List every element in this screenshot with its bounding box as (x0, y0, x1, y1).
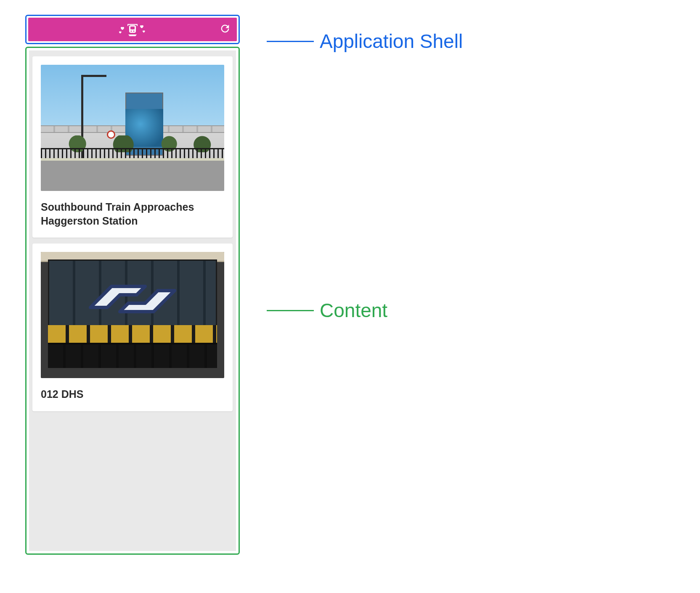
refresh-icon (219, 23, 231, 34)
annotation-connector (267, 41, 314, 42)
content-region: Southbound Train Approaches Haggerston S… (25, 47, 240, 555)
card-thumbnail (41, 65, 224, 191)
svg-rect-1 (130, 26, 135, 29)
station-logo-icon (82, 274, 183, 326)
list-item[interactable]: Southbound Train Approaches Haggerston S… (32, 56, 233, 238)
annotation-label-shell: Application Shell (320, 32, 463, 51)
annotation-connector (267, 310, 314, 311)
list-item[interactable]: 012 DHS (32, 244, 233, 411)
diagram-stage: Southbound Train Approaches Haggerston S… (25, 15, 240, 555)
card-thumbnail (41, 252, 224, 378)
svg-point-2 (130, 30, 132, 32)
application-shell-region (25, 15, 240, 44)
content-scroll-area[interactable]: Southbound Train Approaches Haggerston S… (29, 50, 236, 551)
annotation-label-content: Content (320, 301, 387, 320)
phone-frame: Southbound Train Approaches Haggerston S… (25, 15, 240, 555)
refresh-button[interactable] (219, 23, 231, 36)
train-hearts-logo (117, 22, 148, 37)
svg-rect-6 (127, 24, 138, 25)
svg-point-3 (133, 30, 134, 32)
app-bar (28, 18, 237, 41)
card-title: 012 DHS (41, 387, 224, 401)
card-title: Southbound Train Approaches Haggerston S… (41, 200, 224, 228)
